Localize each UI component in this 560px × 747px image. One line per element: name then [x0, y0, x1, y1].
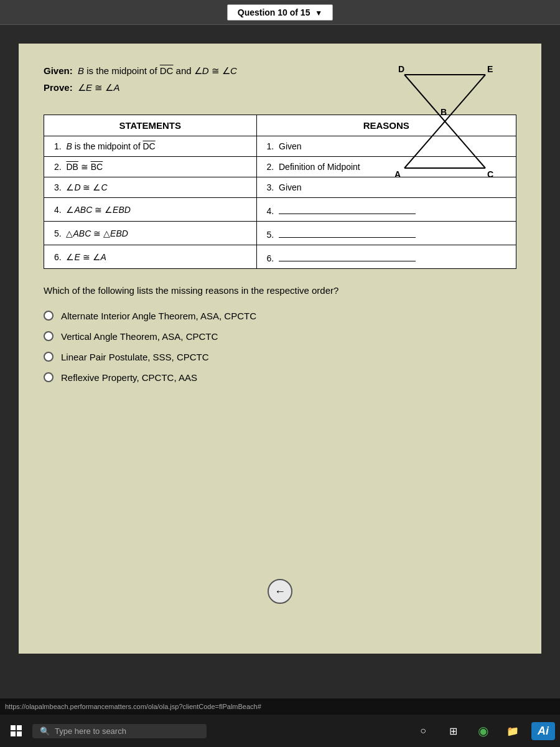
- svg-rect-9: [11, 725, 16, 730]
- folder-icon[interactable]: 📁: [502, 720, 524, 742]
- statements-header: STATEMENTS: [44, 115, 257, 136]
- reason-5: 5.: [256, 222, 516, 245]
- back-arrow-icon: ←: [274, 585, 286, 598]
- question-label: Question 10 of 15: [238, 7, 310, 17]
- svg-text:E: E: [487, 64, 493, 74]
- answer-choices: Alternate Interior Angle Theorem, ASA, C…: [44, 311, 516, 383]
- statement-6: 6. ∠E ≅ ∠A: [44, 245, 257, 269]
- statement-2: 2. DB ≅ BC: [44, 157, 257, 177]
- chrome-icon[interactable]: ◉: [472, 720, 494, 742]
- question-badge: Question 10 of 15 ▼: [227, 4, 333, 21]
- answer-label-d: Reflexive Property, CPCTC, AAS: [61, 372, 197, 383]
- answer-choice-a[interactable]: Alternate Interior Angle Theorem, ASA, C…: [44, 311, 516, 321]
- cortana-button[interactable]: ○: [412, 720, 434, 742]
- svg-text:D: D: [398, 64, 404, 74]
- taskbar-icons: ○ ⊞ ◉ 📁 Ai: [412, 720, 555, 742]
- answer-label-a: Alternate Interior Angle Theorem, ASA, C…: [61, 311, 256, 321]
- windows-start-button[interactable]: [5, 720, 27, 742]
- svg-rect-11: [11, 731, 16, 736]
- table-row: 6. ∠E ≅ ∠A 6.: [44, 245, 516, 269]
- svg-text:C: C: [487, 169, 493, 179]
- answer-choice-c[interactable]: Linear Pair Postulate, SSS, CPCTC: [44, 352, 516, 362]
- statement-1: 1. B is the midpoint of DC: [44, 136, 257, 157]
- table-row: 4. ∠ABC ≅ ∠EBD 4.: [44, 198, 516, 222]
- statement-5: 5. △ABC ≅ △EBD: [44, 222, 257, 245]
- back-nav-button[interactable]: ←: [268, 579, 292, 604]
- geometry-figure: D E B A C: [367, 62, 516, 187]
- answer-choice-d[interactable]: Reflexive Property, CPCTC, AAS: [44, 372, 516, 383]
- radio-d[interactable]: [44, 372, 54, 382]
- statement-4: 4. ∠ABC ≅ ∠EBD: [44, 198, 257, 222]
- reason-6: 6.: [256, 245, 516, 269]
- taskbar-search-placeholder: Type here to search: [55, 726, 126, 736]
- ai-badge[interactable]: Ai: [531, 722, 555, 740]
- taskbar-search-bar[interactable]: 🔍 Type here to search: [32, 724, 207, 738]
- top-bar: Question 10 of 15 ▼: [0, 0, 560, 25]
- svg-rect-10: [17, 725, 22, 730]
- radio-a[interactable]: [44, 311, 54, 321]
- radio-c[interactable]: [44, 352, 54, 362]
- svg-text:A: A: [394, 169, 401, 179]
- task-view-button[interactable]: ⊞: [442, 720, 464, 742]
- url-text: https://olapalmbeach.performancematters.…: [5, 703, 261, 710]
- taskbar: 🔍 Type here to search ○ ⊞ ◉ 📁 Ai: [0, 715, 560, 747]
- answer-choice-b[interactable]: Vertical Angle Theorem, ASA, CPCTC: [44, 331, 516, 342]
- search-icon: 🔍: [40, 726, 50, 736]
- statement-3: 3. ∠D ≅ ∠C: [44, 177, 257, 198]
- question-text: Which of the following lists the missing…: [44, 284, 516, 298]
- answer-label-b: Vertical Angle Theorem, ASA, CPCTC: [61, 331, 218, 342]
- url-bar: https://olapalmbeach.performancematters.…: [0, 698, 560, 715]
- svg-text:B: B: [441, 107, 447, 117]
- radio-b[interactable]: [44, 331, 54, 341]
- dropdown-icon[interactable]: ▼: [315, 9, 322, 17]
- reason-4: 4.: [256, 198, 516, 222]
- answer-label-c: Linear Pair Postulate, SSS, CPCTC: [61, 352, 209, 362]
- svg-rect-12: [17, 731, 22, 736]
- table-row: 5. △ABC ≅ △EBD 5.: [44, 222, 516, 245]
- main-content: D E B A C Given: B is the midpoint of DC…: [19, 44, 541, 654]
